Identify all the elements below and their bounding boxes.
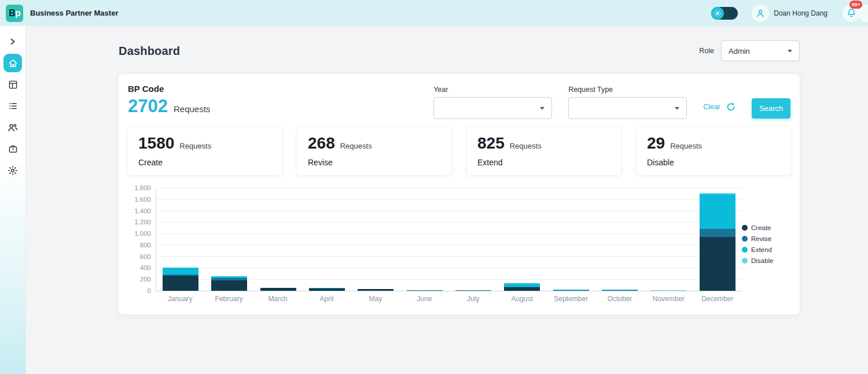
x-tick-label: December <box>693 295 742 303</box>
y-tick-label: 1.000 <box>134 230 151 237</box>
stat-card-disable: 29 Requests Disable <box>637 127 790 175</box>
stat-label: Disable <box>647 158 780 167</box>
refresh-icon <box>726 102 735 112</box>
role-select[interactable]: Admin <box>721 40 800 61</box>
stacked-bar <box>211 276 247 291</box>
chart-legend: CreateReviseExtendDisable <box>742 188 790 291</box>
person-icon <box>756 9 765 18</box>
chevron-down-icon <box>540 107 545 110</box>
legend-dot <box>742 225 748 231</box>
x-tick-label: July <box>449 295 498 303</box>
legend-item-revise[interactable]: Revise <box>742 235 790 242</box>
app-header: Bp Business Partner Master Doan Hong Dan… <box>0 0 868 26</box>
bar-segment-create <box>504 287 540 291</box>
stat-label: Create <box>138 158 271 167</box>
legend-dot <box>742 247 748 253</box>
y-tick-label: 1.200 <box>134 219 151 225</box>
bar-segment-revise <box>700 229 735 237</box>
chart-column <box>351 188 400 291</box>
filter-row: Year Request Type Clear <box>433 84 790 119</box>
year-select[interactable] <box>433 97 552 119</box>
logo-letter-b: B <box>9 8 15 18</box>
x-tick-label: May <box>351 295 400 303</box>
stacked-bar <box>650 290 686 291</box>
legend-item-extend[interactable]: Extend <box>742 246 790 253</box>
stat-label: Revise <box>308 158 441 167</box>
user-name: Doan Hong Dang <box>774 9 827 17</box>
legend-label: Extend <box>751 246 772 253</box>
sidebar-item-briefcase[interactable] <box>2 138 23 160</box>
y-tick-label: 200 <box>140 276 151 283</box>
chart-bars <box>156 188 742 291</box>
bar-segment-extend <box>163 268 198 274</box>
x-tick-label: January <box>156 295 204 303</box>
request-type-filter-group: Request Type <box>568 86 687 119</box>
sidebar-item-list[interactable] <box>2 95 23 117</box>
x-tick-label: February <box>204 295 253 303</box>
chart-column <box>693 188 742 291</box>
bp-code-label: BP Code <box>128 84 210 94</box>
chart-column <box>254 188 303 291</box>
stat-value: 825 <box>477 134 505 153</box>
sidebar-item-home[interactable] <box>3 54 22 72</box>
y-tick-label: 1.400 <box>134 208 151 214</box>
bar-segment-revise <box>407 290 443 291</box>
legend-dot <box>742 236 748 242</box>
chart-column <box>303 188 351 291</box>
stat-unit: Requests <box>510 142 542 150</box>
x-tick-label: August <box>498 295 546 303</box>
notifications-button[interactable]: 99+ <box>843 5 860 22</box>
search-button[interactable]: Search <box>752 98 790 119</box>
theme-toggle[interactable] <box>711 7 738 20</box>
stat-unit: Requests <box>179 142 211 150</box>
user-menu[interactable]: Doan Hong Dang <box>752 5 827 22</box>
x-tick-label: October <box>595 295 644 303</box>
stacked-bar <box>700 193 735 291</box>
chart-column <box>449 188 498 291</box>
stat-value: 268 <box>308 134 335 153</box>
bar-segment-disable <box>650 290 686 291</box>
request-type-select[interactable] <box>568 97 687 119</box>
y-tick-label: 600 <box>140 253 151 260</box>
bar-segment-create <box>260 288 296 291</box>
sidebar-item-layout[interactable] <box>2 74 23 95</box>
chart-column <box>595 188 644 291</box>
bar-segment-create <box>700 237 735 291</box>
sidebar-expand-button[interactable] <box>2 31 23 52</box>
clear-filters-button[interactable]: Clear <box>703 102 735 112</box>
requests-bar-chart: 02004006008001.0001.2001.4001.6001.800 C… <box>128 188 790 303</box>
legend-label: Revise <box>751 235 771 242</box>
sidebar-item-settings[interactable] <box>2 160 23 181</box>
y-tick-label: 800 <box>140 242 151 249</box>
stacked-bar <box>309 288 345 291</box>
stat-card-create: 1580 Requests Create <box>128 127 282 175</box>
y-tick-label: 0 <box>148 287 151 294</box>
bar-segment-revise <box>553 290 589 291</box>
legend-item-create[interactable]: Create <box>742 224 790 231</box>
bar-segment-revise <box>455 290 491 291</box>
stacked-bar <box>358 289 393 291</box>
dashboard-card: BP Code 2702 Requests Year Request Type <box>119 74 800 314</box>
sidebar-item-users[interactable] <box>2 117 23 138</box>
y-tick-label: 1.800 <box>134 184 151 191</box>
legend-item-disable[interactable]: Disable <box>742 257 790 264</box>
stacked-bar <box>553 290 589 291</box>
app-logo: Bp <box>6 5 23 22</box>
bar-segment-create <box>358 289 393 291</box>
x-tick-label: June <box>400 295 448 303</box>
bar-segment-revise <box>602 290 638 291</box>
x-tick-label: September <box>546 295 595 303</box>
user-avatar <box>752 5 769 22</box>
layout-icon <box>8 80 18 90</box>
bar-segment-extend <box>700 194 735 229</box>
x-tick-label: November <box>644 295 693 303</box>
sidebar <box>0 26 26 374</box>
chart-x-labels: JanuaryFebruaryMarchAprilMayJuneJulyAugu… <box>156 295 742 303</box>
legend-label: Disable <box>751 257 773 264</box>
legend-dot <box>742 258 748 264</box>
role-select-value: Admin <box>729 47 750 55</box>
stacked-bar <box>455 290 491 291</box>
role-label: Role <box>699 47 714 55</box>
chevron-down-icon <box>675 107 679 110</box>
page-title: Dashboard <box>119 45 180 58</box>
